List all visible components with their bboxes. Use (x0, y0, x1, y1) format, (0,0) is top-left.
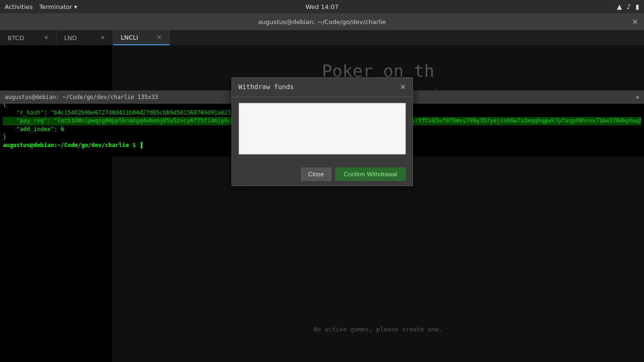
close-button[interactable]: Close (301, 167, 331, 181)
modal-overlay: Withdraw funds ✕ Close Confirm Withdrawa… (0, 58, 644, 362)
tab-lncli-close[interactable]: ✕ (157, 34, 162, 41)
tab-lnd-close[interactable]: ✕ (100, 34, 105, 41)
modal-header: Withdraw funds ✕ (232, 78, 413, 97)
activities-label[interactable]: Activities (5, 3, 33, 10)
volume-icon: ♪ (627, 3, 631, 10)
system-datetime: Wed 14:07 (305, 3, 339, 10)
withdraw-textarea[interactable] (239, 103, 406, 155)
modal-close-x-button[interactable]: ✕ (400, 82, 406, 91)
tab-bar: BTCD ✕ LND ✕ LNCLI ✕ (0, 30, 644, 45)
tab-lncli-label: LNCLI (121, 34, 138, 41)
app-label: Terminator ▾ (39, 3, 77, 10)
tab-lnd-label: LND (64, 34, 77, 41)
modal-title: Withdraw funds (239, 82, 294, 92)
system-bar: Activities Terminator ▾ Wed 14:07 ▲ ♪ ▮ (0, 0, 644, 13)
tab-lnd[interactable]: LND ✕ (57, 30, 113, 45)
tab-btcd-close[interactable]: ✕ (44, 34, 49, 41)
modal-footer: Close Confirm Withdrawal (232, 163, 413, 186)
withdraw-modal: Withdraw funds ✕ Close Confirm Withdrawa… (231, 77, 413, 186)
wifi-icon: ▲ (617, 3, 622, 10)
modal-body (232, 97, 413, 163)
title-bar: augustus@debian: ~/Code/go/dev/charlie ✕ (0, 13, 644, 30)
system-bar-right: ▲ ♪ ▮ (617, 3, 639, 10)
window-title: augustus@debian: ~/Code/go/dev/charlie (258, 18, 386, 25)
battery-icon: ▮ (636, 3, 639, 10)
tab-btcd-label: BTCD (8, 34, 24, 41)
confirm-withdrawal-button[interactable]: Confirm Withdrawal (335, 167, 405, 181)
terminal-content: augustus@debian: ~/Code/go/dev/charlie 1… (0, 45, 644, 362)
system-bar-left: Activities Terminator ▾ (5, 3, 77, 10)
window-close-button[interactable]: ✕ (632, 17, 638, 26)
tab-btcd[interactable]: BTCD ✕ (0, 30, 57, 45)
app-arrow[interactable]: ▾ (74, 3, 77, 10)
tab-lncli[interactable]: LNCLI ✕ (113, 30, 170, 45)
